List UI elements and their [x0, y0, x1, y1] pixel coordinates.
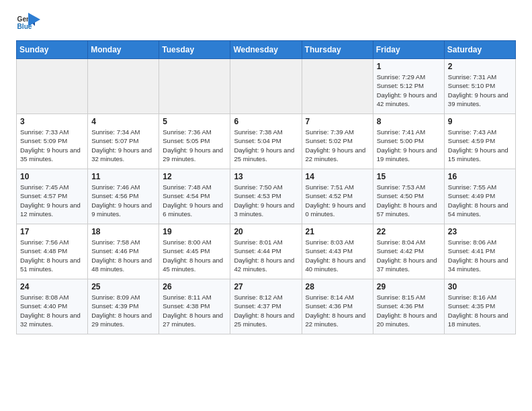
- day-info: Sunrise: 7:56 AM Sunset: 4:48 PM Dayligh…: [20, 238, 84, 273]
- day-info: Sunrise: 7:39 AM Sunset: 5:02 PM Dayligh…: [306, 128, 369, 163]
- day-number: 25: [91, 282, 155, 291]
- calendar-cell: 24Sunrise: 8:08 AM Sunset: 4:40 PM Dayli…: [17, 279, 88, 334]
- day-info: Sunrise: 8:01 AM Sunset: 4:44 PM Dayligh…: [234, 238, 298, 273]
- header-cell-saturday: Saturday: [444, 41, 515, 59]
- arrow-icon: [28, 13, 40, 26]
- day-info: Sunrise: 8:14 AM Sunset: 4:36 PM Dayligh…: [306, 293, 369, 328]
- day-number: 16: [448, 172, 512, 181]
- calendar-cell: 16Sunrise: 7:55 AM Sunset: 4:49 PM Dayli…: [444, 169, 515, 224]
- header-cell-tuesday: Tuesday: [159, 41, 230, 59]
- day-info: Sunrise: 7:58 AM Sunset: 4:46 PM Dayligh…: [91, 238, 155, 273]
- calendar-cell: 15Sunrise: 7:53 AM Sunset: 4:50 PM Dayli…: [373, 169, 444, 224]
- header-row: SundayMondayTuesdayWednesdayThursdayFrid…: [17, 41, 516, 59]
- day-info: Sunrise: 7:38 AM Sunset: 5:04 PM Dayligh…: [234, 128, 298, 163]
- day-number: 15: [377, 172, 441, 181]
- calendar-cell: 2Sunrise: 7:31 AM Sunset: 5:10 PM Daylig…: [444, 59, 515, 114]
- header-cell-sunday: Sunday: [17, 41, 88, 59]
- calendar-cell: 23Sunrise: 8:06 AM Sunset: 4:41 PM Dayli…: [444, 224, 515, 279]
- day-number: 14: [306, 172, 369, 181]
- calendar-cell: 12Sunrise: 7:48 AM Sunset: 4:54 PM Dayli…: [159, 169, 230, 224]
- day-info: Sunrise: 7:29 AM Sunset: 5:12 PM Dayligh…: [377, 73, 441, 108]
- day-number: 28: [306, 282, 369, 291]
- day-number: 1: [377, 62, 441, 71]
- calendar-cell: 1Sunrise: 7:29 AM Sunset: 5:12 PM Daylig…: [373, 59, 444, 114]
- day-number: 22: [377, 227, 441, 236]
- day-number: 18: [91, 227, 155, 236]
- day-info: Sunrise: 7:31 AM Sunset: 5:10 PM Dayligh…: [448, 73, 512, 108]
- calendar-cell: 19Sunrise: 8:00 AM Sunset: 4:45 PM Dayli…: [159, 224, 230, 279]
- week-row-3: 17Sunrise: 7:56 AM Sunset: 4:48 PM Dayli…: [17, 224, 516, 279]
- calendar-cell: 30Sunrise: 8:16 AM Sunset: 4:35 PM Dayli…: [444, 279, 515, 334]
- calendar-cell: 21Sunrise: 8:03 AM Sunset: 4:43 PM Dayli…: [302, 224, 373, 279]
- page-container: General Blue SundayMondayTuesdayWednesda…: [0, 0, 532, 345]
- calendar-cell: 29Sunrise: 8:15 AM Sunset: 4:36 PM Dayli…: [373, 279, 444, 334]
- day-number: 6: [234, 117, 298, 126]
- header-cell-monday: Monday: [88, 41, 159, 59]
- day-number: 20: [234, 227, 298, 236]
- day-number: 19: [163, 227, 226, 236]
- calendar-table: SundayMondayTuesdayWednesdayThursdayFrid…: [16, 40, 516, 334]
- day-number: 17: [20, 227, 84, 236]
- day-number: 7: [306, 117, 369, 126]
- calendar-cell: 10Sunrise: 7:45 AM Sunset: 4:57 PM Dayli…: [17, 169, 88, 224]
- day-number: 5: [163, 117, 226, 126]
- calendar-cell: 8Sunrise: 7:41 AM Sunset: 5:00 PM Daylig…: [373, 114, 444, 169]
- day-number: 13: [234, 172, 298, 181]
- day-number: 26: [163, 282, 226, 291]
- day-info: Sunrise: 7:50 AM Sunset: 4:53 PM Dayligh…: [234, 183, 298, 218]
- day-info: Sunrise: 7:51 AM Sunset: 4:52 PM Dayligh…: [306, 183, 369, 218]
- calendar-cell: [302, 59, 373, 114]
- day-number: 23: [448, 227, 512, 236]
- svg-marker-4: [28, 13, 40, 26]
- day-info: Sunrise: 8:11 AM Sunset: 4:38 PM Dayligh…: [163, 293, 226, 328]
- week-row-4: 24Sunrise: 8:08 AM Sunset: 4:40 PM Dayli…: [17, 279, 516, 334]
- day-number: 24: [20, 282, 84, 291]
- week-row-1: 3Sunrise: 7:33 AM Sunset: 5:09 PM Daylig…: [17, 114, 516, 169]
- calendar-cell: 25Sunrise: 8:09 AM Sunset: 4:39 PM Dayli…: [88, 279, 159, 334]
- week-row-2: 10Sunrise: 7:45 AM Sunset: 4:57 PM Dayli…: [17, 169, 516, 224]
- calendar-cell: [88, 59, 159, 114]
- header-cell-wednesday: Wednesday: [230, 41, 302, 59]
- day-info: Sunrise: 8:09 AM Sunset: 4:39 PM Dayligh…: [91, 293, 155, 328]
- calendar-cell: 4Sunrise: 7:34 AM Sunset: 5:07 PM Daylig…: [88, 114, 159, 169]
- calendar-cell: 27Sunrise: 8:12 AM Sunset: 4:37 PM Dayli…: [230, 279, 302, 334]
- calendar-cell: 26Sunrise: 8:11 AM Sunset: 4:38 PM Dayli…: [159, 279, 230, 334]
- day-number: 21: [306, 227, 369, 236]
- header-cell-friday: Friday: [373, 41, 444, 59]
- day-number: 4: [91, 117, 155, 126]
- calendar-cell: 22Sunrise: 8:04 AM Sunset: 4:42 PM Dayli…: [373, 224, 444, 279]
- day-number: 30: [448, 282, 512, 291]
- calendar-cell: 6Sunrise: 7:38 AM Sunset: 5:04 PM Daylig…: [230, 114, 302, 169]
- calendar-cell: [230, 59, 302, 114]
- calendar-cell: 18Sunrise: 7:58 AM Sunset: 4:46 PM Dayli…: [88, 224, 159, 279]
- calendar-cell: 17Sunrise: 7:56 AM Sunset: 4:48 PM Dayli…: [17, 224, 88, 279]
- day-info: Sunrise: 8:00 AM Sunset: 4:45 PM Dayligh…: [163, 238, 226, 273]
- day-info: Sunrise: 7:36 AM Sunset: 5:05 PM Dayligh…: [163, 128, 226, 163]
- day-info: Sunrise: 8:04 AM Sunset: 4:42 PM Dayligh…: [377, 238, 441, 273]
- day-info: Sunrise: 8:16 AM Sunset: 4:35 PM Dayligh…: [448, 293, 512, 328]
- calendar-cell: 28Sunrise: 8:14 AM Sunset: 4:36 PM Dayli…: [302, 279, 373, 334]
- header-cell-thursday: Thursday: [302, 41, 373, 59]
- calendar-cell: 5Sunrise: 7:36 AM Sunset: 5:05 PM Daylig…: [159, 114, 230, 169]
- day-number: 29: [377, 282, 441, 291]
- logo: General Blue: [16, 13, 40, 32]
- header: General Blue: [16, 13, 516, 32]
- calendar-cell: [159, 59, 230, 114]
- day-number: 3: [20, 117, 84, 126]
- day-info: Sunrise: 7:45 AM Sunset: 4:57 PM Dayligh…: [20, 183, 84, 218]
- day-info: Sunrise: 7:55 AM Sunset: 4:49 PM Dayligh…: [448, 183, 512, 218]
- calendar-cell: 9Sunrise: 7:43 AM Sunset: 4:59 PM Daylig…: [444, 114, 515, 169]
- calendar-cell: 3Sunrise: 7:33 AM Sunset: 5:09 PM Daylig…: [17, 114, 88, 169]
- day-info: Sunrise: 8:06 AM Sunset: 4:41 PM Dayligh…: [448, 238, 512, 273]
- calendar-cell: [17, 59, 88, 114]
- day-number: 10: [20, 172, 84, 181]
- calendar-cell: 7Sunrise: 7:39 AM Sunset: 5:02 PM Daylig…: [302, 114, 373, 169]
- day-info: Sunrise: 7:48 AM Sunset: 4:54 PM Dayligh…: [163, 183, 226, 218]
- day-number: 8: [377, 117, 441, 126]
- day-number: 2: [448, 62, 512, 71]
- calendar-cell: 20Sunrise: 8:01 AM Sunset: 4:44 PM Dayli…: [230, 224, 302, 279]
- calendar-cell: 14Sunrise: 7:51 AM Sunset: 4:52 PM Dayli…: [302, 169, 373, 224]
- day-number: 9: [448, 117, 512, 126]
- week-row-0: 1Sunrise: 7:29 AM Sunset: 5:12 PM Daylig…: [17, 59, 516, 114]
- calendar-cell: 13Sunrise: 7:50 AM Sunset: 4:53 PM Dayli…: [230, 169, 302, 224]
